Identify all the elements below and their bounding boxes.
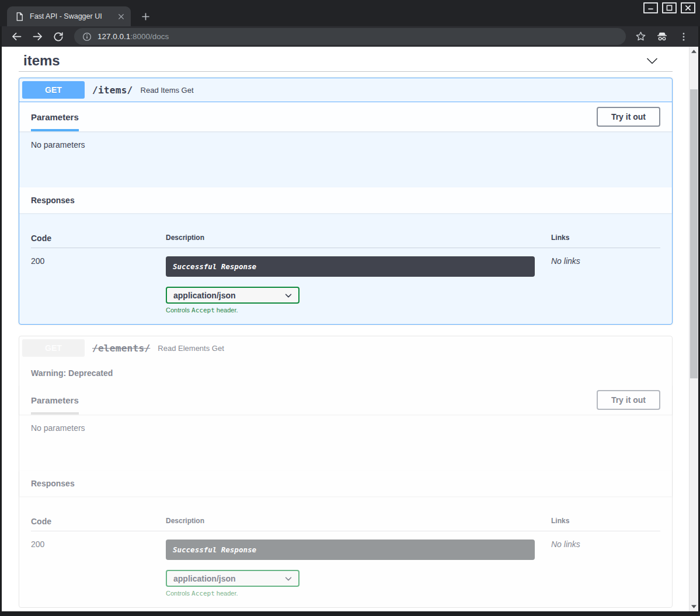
endpoint-path: /elements/ xyxy=(92,343,150,354)
parameters-body: No parameters xyxy=(19,131,672,187)
responses-table: Code Description Links 200 Successful Re… xyxy=(19,496,672,607)
parameters-header: Parameters Try it out xyxy=(19,385,672,415)
url-host: 127.0.0.1 xyxy=(97,32,130,41)
maximize-button[interactable] xyxy=(662,2,677,13)
back-button[interactable] xyxy=(10,30,23,43)
chevron-down-icon xyxy=(284,291,292,300)
endpoint-summary: Read Items Get xyxy=(141,86,194,95)
browser-titlebar: Fast API - Swagger UI xyxy=(0,0,700,26)
opblock-get-items: GET /items/ Read Items Get Parameters Tr… xyxy=(19,78,673,325)
try-it-out-button[interactable]: Try it out xyxy=(597,107,660,127)
opblock-get-elements-deprecated: GET /elements/ Read Elements Get Warning… xyxy=(19,336,673,608)
three-dot-menu-icon xyxy=(678,32,689,42)
browser-menu-button[interactable] xyxy=(677,30,690,43)
browser-toolbar: 127.0.0.1:8000/docs xyxy=(2,26,698,47)
responses-table-head: Code Description Links xyxy=(31,234,660,248)
response-description-cell: Successful Response application/json Con… xyxy=(166,540,551,597)
endpoint-summary: Read Elements Get xyxy=(158,344,224,353)
deprecated-warning: Warning: Deprecated xyxy=(19,360,672,385)
response-code: 200 xyxy=(31,256,166,314)
reload-button[interactable] xyxy=(52,30,65,43)
no-parameters-text: No parameters xyxy=(31,423,85,433)
new-tab-button[interactable] xyxy=(138,9,153,24)
response-row-200: 200 Successful Response application/json… xyxy=(31,248,660,314)
opblock-summary[interactable]: GET /items/ Read Items Get xyxy=(19,78,672,102)
back-icon xyxy=(11,30,23,43)
close-icon xyxy=(684,4,692,12)
parameters-tab[interactable]: Parameters xyxy=(31,385,79,415)
media-type-select[interactable]: application/json xyxy=(166,287,299,304)
maximize-icon xyxy=(666,4,673,12)
scrollbar-up-icon[interactable] xyxy=(689,47,698,55)
scrollbar-down-icon[interactable] xyxy=(689,603,698,611)
bookmark-star-icon[interactable] xyxy=(634,30,647,43)
close-button[interactable] xyxy=(681,2,695,13)
tag-title: items xyxy=(23,53,60,69)
links-column-header: Links xyxy=(551,234,660,243)
url-path: :8000/docs xyxy=(130,32,169,41)
tab-title: Fast API - Swagger UI xyxy=(30,12,116,20)
plus-icon xyxy=(141,12,150,21)
response-code: 200 xyxy=(31,540,166,597)
code-column-header: Code xyxy=(31,234,166,243)
no-parameters-text: No parameters xyxy=(31,140,85,149)
parameters-tab[interactable]: Parameters xyxy=(31,102,79,131)
response-links: No links xyxy=(551,540,660,597)
parameters-body: No parameters xyxy=(19,415,672,471)
chevron-down-icon xyxy=(284,575,292,583)
responses-table-head: Code Description Links xyxy=(31,517,660,531)
vertical-scrollbar[interactable] xyxy=(689,47,698,611)
links-column-header: Links xyxy=(551,517,660,526)
forward-icon xyxy=(32,30,44,43)
responses-header: Responses xyxy=(19,471,672,496)
response-links: No links xyxy=(551,256,660,314)
code-column-header: Code xyxy=(31,517,166,526)
accept-header-note: Controls Accept header. xyxy=(166,307,535,314)
response-description-cell: Successful Response application/json Con… xyxy=(166,256,551,314)
swagger-ui: items GET /items/ Read Items Get Paramet… xyxy=(2,47,698,611)
tab-close-icon[interactable] xyxy=(116,11,126,22)
tag-section-header[interactable]: items xyxy=(19,47,673,72)
response-description: Successful Response xyxy=(166,540,535,560)
collapse-chevron-down-icon[interactable] xyxy=(645,54,659,68)
reload-icon xyxy=(53,31,64,43)
minimize-button[interactable] xyxy=(643,2,658,13)
accept-header-note: Controls Accept header. xyxy=(166,590,535,597)
scrollbar-thumb[interactable] xyxy=(690,89,698,378)
incognito-icon xyxy=(656,30,668,43)
responses-header: Responses xyxy=(19,187,672,213)
try-it-out-button[interactable]: Try it out xyxy=(597,390,660,410)
media-type-select[interactable]: application/json xyxy=(166,570,299,587)
browser-tab[interactable]: Fast API - Swagger UI xyxy=(7,6,131,26)
method-badge: GET xyxy=(22,81,85,99)
site-info-icon[interactable] xyxy=(82,32,92,41)
response-description: Successful Response xyxy=(166,256,535,277)
window-controls xyxy=(643,2,695,13)
response-row-200: 200 Successful Response application/json… xyxy=(31,531,660,597)
description-column-header: Description xyxy=(166,234,551,243)
address-bar[interactable]: 127.0.0.1:8000/docs xyxy=(74,28,626,45)
description-column-header: Description xyxy=(166,517,551,526)
page-content: items GET /items/ Read Items Get Paramet… xyxy=(2,47,698,611)
opblock-summary[interactable]: GET /elements/ Read Elements Get xyxy=(19,336,672,360)
forward-button[interactable] xyxy=(31,30,44,43)
method-badge: GET xyxy=(22,339,85,357)
url-text: 127.0.0.1:8000/docs xyxy=(97,32,169,41)
favicon-document-icon xyxy=(15,12,24,22)
parameters-header: Parameters Try it out xyxy=(19,102,672,131)
minimize-icon xyxy=(647,4,654,12)
responses-table: Code Description Links 200 Successful Re… xyxy=(19,213,672,324)
endpoint-path: /items/ xyxy=(92,85,133,96)
